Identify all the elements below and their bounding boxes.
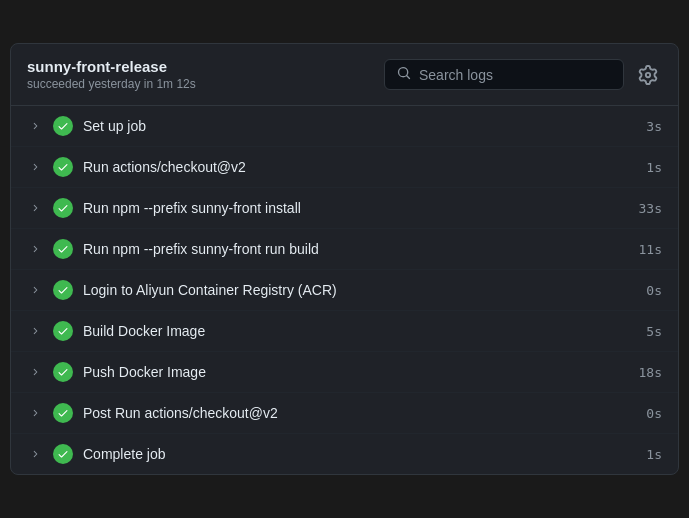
steps-list: Set up job 3s Run actions/checkout@v2 1s: [11, 106, 678, 474]
step-left: Run npm --prefix sunny-front install: [27, 198, 301, 218]
chevron-right-icon: [27, 244, 43, 254]
chevron-right-icon: [27, 162, 43, 172]
step-duration: 33s: [639, 201, 662, 216]
main-container: sunny-front-release succeeded yesterday …: [10, 43, 679, 475]
step-item[interactable]: Build Docker Image 5s: [11, 311, 678, 352]
chevron-right-icon: [27, 121, 43, 131]
step-left: Push Docker Image: [27, 362, 206, 382]
chevron-right-icon: [27, 408, 43, 418]
step-duration: 11s: [639, 242, 662, 257]
step-item[interactable]: Set up job 3s: [11, 106, 678, 147]
step-left: Login to Aliyun Container Registry (ACR): [27, 280, 337, 300]
step-duration: 1s: [646, 447, 662, 462]
step-name: Post Run actions/checkout@v2: [83, 405, 278, 421]
success-icon: [53, 403, 73, 423]
step-name: Run npm --prefix sunny-front install: [83, 200, 301, 216]
step-name: Set up job: [83, 118, 146, 134]
gear-icon: [638, 65, 658, 85]
step-name: Complete job: [83, 446, 166, 462]
job-subtitle: succeeded yesterday in 1m 12s: [27, 77, 196, 91]
success-icon: [53, 116, 73, 136]
chevron-right-icon: [27, 367, 43, 377]
header-left: sunny-front-release succeeded yesterday …: [27, 58, 196, 91]
step-left: Build Docker Image: [27, 321, 205, 341]
chevron-right-icon: [27, 449, 43, 459]
step-duration: 0s: [646, 283, 662, 298]
header: sunny-front-release succeeded yesterday …: [11, 44, 678, 106]
step-left: Set up job: [27, 116, 146, 136]
job-title: sunny-front-release: [27, 58, 196, 75]
step-item[interactable]: Login to Aliyun Container Registry (ACR)…: [11, 270, 678, 311]
step-duration: 18s: [639, 365, 662, 380]
step-name: Run npm --prefix sunny-front run build: [83, 241, 319, 257]
step-left: Complete job: [27, 444, 166, 464]
chevron-right-icon: [27, 203, 43, 213]
success-icon: [53, 198, 73, 218]
gear-button[interactable]: [634, 61, 662, 89]
step-item[interactable]: Post Run actions/checkout@v2 0s: [11, 393, 678, 434]
success-icon: [53, 444, 73, 464]
step-duration: 5s: [646, 324, 662, 339]
step-duration: 1s: [646, 160, 662, 175]
success-icon: [53, 362, 73, 382]
step-item[interactable]: Run npm --prefix sunny-front install 33s: [11, 188, 678, 229]
search-icon: [397, 66, 411, 83]
success-icon: [53, 157, 73, 177]
search-input[interactable]: [419, 67, 611, 83]
step-left: Run npm --prefix sunny-front run build: [27, 239, 319, 259]
step-item[interactable]: Complete job 1s: [11, 434, 678, 474]
step-duration: 3s: [646, 119, 662, 134]
step-left: Post Run actions/checkout@v2: [27, 403, 278, 423]
success-icon: [53, 239, 73, 259]
step-name: Push Docker Image: [83, 364, 206, 380]
step-item[interactable]: Run npm --prefix sunny-front run build 1…: [11, 229, 678, 270]
step-item[interactable]: Run actions/checkout@v2 1s: [11, 147, 678, 188]
search-box[interactable]: [384, 59, 624, 90]
step-name: Build Docker Image: [83, 323, 205, 339]
chevron-right-icon: [27, 326, 43, 336]
step-left: Run actions/checkout@v2: [27, 157, 246, 177]
success-icon: [53, 321, 73, 341]
header-right: [384, 59, 662, 90]
step-name: Run actions/checkout@v2: [83, 159, 246, 175]
chevron-right-icon: [27, 285, 43, 295]
success-icon: [53, 280, 73, 300]
step-name: Login to Aliyun Container Registry (ACR): [83, 282, 337, 298]
step-duration: 0s: [646, 406, 662, 421]
step-item[interactable]: Push Docker Image 18s: [11, 352, 678, 393]
